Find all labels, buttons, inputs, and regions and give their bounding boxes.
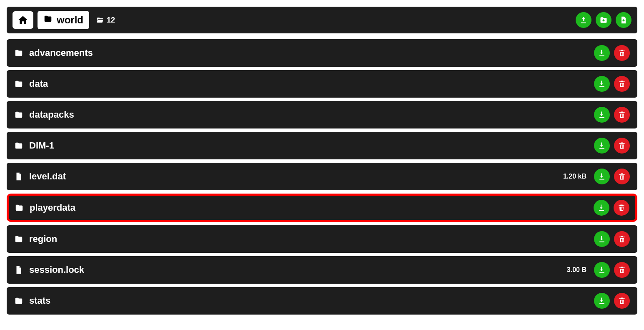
file-list: advancementsdatadatapacksDIM-1level.dat1… (7, 39, 637, 315)
file-size: 1.20 kB (563, 173, 586, 180)
download-icon (598, 172, 606, 181)
row-actions (594, 262, 630, 278)
file-row[interactable]: DIM-1 (7, 132, 637, 159)
row-actions (594, 169, 630, 184)
new-file-button[interactable] (616, 12, 631, 28)
breadcrumb-bar: world 12 (7, 7, 637, 33)
item-count: 12 (96, 16, 115, 25)
file-name[interactable]: level.dat (29, 171, 66, 182)
delete-button[interactable] (614, 138, 630, 154)
item-count-value: 12 (107, 16, 115, 25)
folder-plus-icon (599, 16, 608, 24)
file-icon (14, 265, 23, 275)
download-button[interactable] (594, 200, 609, 216)
trash-icon (618, 141, 626, 150)
file-row[interactable]: datapacks (7, 101, 637, 128)
file-icon (14, 172, 23, 181)
delete-button[interactable] (614, 169, 630, 184)
breadcrumb-home[interactable] (13, 11, 33, 29)
home-icon (18, 15, 28, 25)
download-icon (598, 235, 606, 243)
folder-icon (14, 79, 23, 88)
row-actions (594, 107, 630, 123)
file-row[interactable]: session.lock3.00 B (7, 256, 637, 284)
file-name[interactable]: DIM-1 (29, 140, 54, 151)
folder-icon (14, 234, 23, 244)
trash-icon (618, 49, 626, 57)
download-icon (598, 49, 606, 57)
folder-open-icon (96, 16, 104, 24)
download-icon (597, 204, 606, 212)
row-actions (594, 138, 630, 154)
delete-button[interactable] (614, 107, 630, 123)
upload-button[interactable] (576, 12, 591, 28)
trash-icon (618, 266, 626, 274)
row-actions (594, 293, 630, 309)
folder-icon (14, 141, 23, 150)
folder-icon (14, 296, 23, 305)
download-icon (598, 80, 606, 88)
file-name[interactable]: playerdata (30, 202, 75, 213)
trash-icon (618, 80, 626, 88)
download-button[interactable] (594, 76, 610, 92)
file-size: 3.00 B (567, 266, 586, 274)
delete-button[interactable] (614, 76, 630, 92)
delete-button[interactable] (614, 231, 630, 247)
new-folder-button[interactable] (596, 12, 611, 28)
folder-icon (14, 110, 23, 119)
breadcrumb-current[interactable]: world (38, 11, 89, 29)
file-row[interactable]: playerdata (7, 194, 637, 222)
file-row[interactable]: level.dat1.20 kB (7, 163, 637, 190)
trash-icon (618, 111, 626, 119)
folder-icon (14, 48, 23, 58)
download-icon (598, 266, 606, 274)
trash-icon (618, 172, 626, 181)
file-row[interactable]: stats (7, 287, 637, 315)
folder-icon (15, 203, 24, 212)
trash-icon (618, 235, 626, 243)
download-button[interactable] (594, 169, 610, 184)
trash-icon (618, 297, 626, 305)
file-name[interactable]: data (29, 78, 48, 89)
breadcrumb-label: world (57, 14, 83, 26)
download-button[interactable] (594, 45, 610, 61)
delete-button[interactable] (614, 293, 630, 309)
file-row[interactable]: advancements (7, 39, 637, 67)
folder-icon (43, 14, 53, 26)
row-actions (594, 45, 630, 61)
download-button[interactable] (594, 107, 610, 123)
trash-icon (617, 204, 626, 212)
row-actions (594, 200, 629, 216)
row-actions (594, 231, 630, 247)
file-row[interactable]: region (7, 225, 637, 253)
download-button[interactable] (594, 262, 610, 278)
file-name[interactable]: advancements (29, 48, 93, 58)
download-icon (598, 111, 606, 119)
download-icon (598, 297, 606, 305)
delete-button[interactable] (614, 200, 629, 216)
file-plus-icon (619, 16, 628, 24)
download-button[interactable] (594, 293, 610, 309)
file-name[interactable]: session.lock (29, 265, 84, 275)
upload-icon (579, 16, 588, 24)
download-button[interactable] (594, 138, 610, 154)
file-name[interactable]: region (29, 234, 57, 244)
file-row[interactable]: data (7, 70, 637, 98)
row-actions (594, 76, 630, 92)
delete-button[interactable] (614, 45, 630, 61)
file-name[interactable]: datapacks (29, 109, 74, 120)
file-name[interactable]: stats (29, 295, 50, 306)
delete-button[interactable] (614, 262, 630, 278)
download-button[interactable] (594, 231, 610, 247)
download-icon (598, 141, 606, 150)
